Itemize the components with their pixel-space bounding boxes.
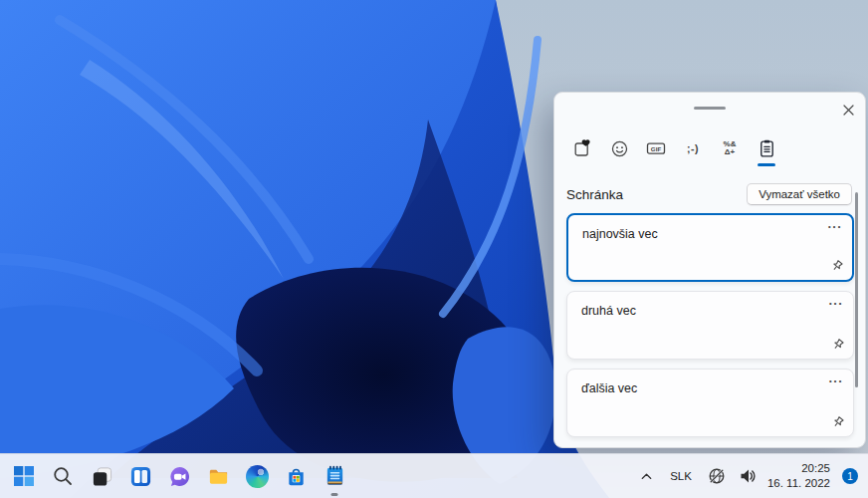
chat-icon xyxy=(168,465,191,488)
clipboard-item[interactable]: najnovšia vec ··· xyxy=(566,213,854,282)
tab-clipboard-history[interactable] xyxy=(757,136,776,160)
edge-icon xyxy=(246,465,269,488)
windows-logo-icon xyxy=(13,465,35,487)
close-icon[interactable] xyxy=(838,100,858,120)
clipboard-item[interactable]: ďalšia vec ··· xyxy=(566,369,854,437)
search-button[interactable] xyxy=(51,464,75,488)
clipboard-item-text: najnovšia vec xyxy=(582,227,658,241)
notification-badge[interactable]: 1 xyxy=(842,468,858,484)
clipboard-heart-icon xyxy=(572,138,592,158)
clear-all-button[interactable]: Vymazať všetko xyxy=(747,183,852,205)
more-options-icon[interactable]: ··· xyxy=(826,217,845,236)
taskbar-apps xyxy=(12,464,346,488)
symbols-icon: %& Δ+ xyxy=(724,140,737,157)
tab-kaomoji[interactable]: ;-) xyxy=(683,136,703,160)
clipboard-item-text: ďalšia vec xyxy=(581,381,637,395)
desktop: GIF ;-) %& Δ+ Schránka xyxy=(0,0,868,498)
tab-recently-used[interactable] xyxy=(572,136,592,160)
clipboard-panel: GIF ;-) %& Δ+ Schránka xyxy=(553,92,866,448)
file-explorer-button[interactable] xyxy=(206,464,230,488)
tab-emoji[interactable] xyxy=(609,136,629,160)
speaker-icon xyxy=(739,467,757,485)
store-button[interactable] xyxy=(284,464,308,488)
edge-button[interactable] xyxy=(245,464,269,488)
task-view-icon xyxy=(91,465,113,488)
system-tray: SLK 20:25 16. 11. 2022 xyxy=(637,461,858,491)
volume-button[interactable] xyxy=(737,465,759,487)
tray-time: 20:25 xyxy=(767,461,830,476)
chevron-up-icon xyxy=(639,469,654,484)
language-indicator[interactable]: SLK xyxy=(665,467,697,485)
task-view-button[interactable] xyxy=(90,464,113,488)
tab-gif[interactable]: GIF xyxy=(646,136,666,160)
more-options-icon[interactable]: ··· xyxy=(827,294,846,313)
clipboard-item[interactable]: druhá vec ··· xyxy=(566,291,854,360)
gif-icon: GIF xyxy=(646,138,666,158)
widgets-button[interactable] xyxy=(128,464,152,488)
panel-tabs: GIF ;-) %& Δ+ xyxy=(572,136,776,160)
taskbar: SLK 20:25 16. 11. 2022 xyxy=(0,453,868,498)
scrollbar[interactable] xyxy=(855,192,858,387)
notepad-icon xyxy=(324,464,346,488)
pin-icon[interactable] xyxy=(827,257,845,275)
pin-icon[interactable] xyxy=(828,336,846,354)
globe-no-internet-icon xyxy=(708,467,726,485)
panel-title: Schránka xyxy=(566,187,623,202)
tray-date: 16. 11. 2022 xyxy=(767,476,830,491)
store-icon xyxy=(285,465,308,488)
more-options-icon[interactable]: ··· xyxy=(827,372,846,390)
folder-icon xyxy=(207,465,230,488)
network-button[interactable] xyxy=(706,465,728,487)
panel-header: Schránka Vymazať všetko xyxy=(566,182,852,206)
clipboard-icon xyxy=(758,138,776,158)
svg-text:GIF: GIF xyxy=(651,145,662,152)
search-icon xyxy=(52,465,74,487)
widgets-icon xyxy=(129,465,152,488)
chat-button[interactable] xyxy=(167,464,191,488)
start-button[interactable] xyxy=(12,464,36,488)
kaomoji-icon: ;-) xyxy=(687,142,699,154)
clipboard-items: najnovšia vec ··· druhá vec ··· ďalšia v… xyxy=(566,213,854,446)
clipboard-item-text: druhá vec xyxy=(581,304,636,318)
show-hidden-icons-button[interactable] xyxy=(637,467,656,486)
drag-handle[interactable] xyxy=(694,107,726,110)
tab-symbols[interactable]: %& Δ+ xyxy=(720,136,740,160)
pin-icon[interactable] xyxy=(828,413,846,431)
smiley-icon xyxy=(610,139,629,158)
notepad-button[interactable] xyxy=(323,464,346,488)
clock[interactable]: 20:25 16. 11. 2022 xyxy=(767,461,830,491)
